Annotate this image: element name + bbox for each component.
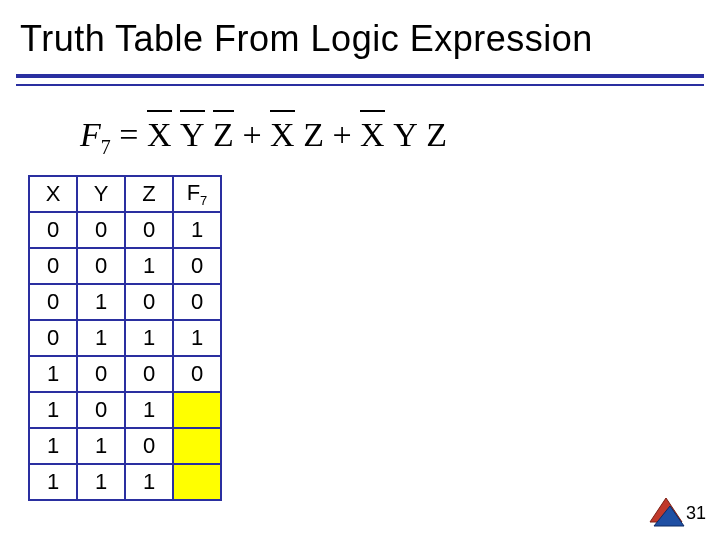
term3-z: Z — [426, 110, 447, 154]
col-header-f: F7 — [173, 176, 221, 212]
col-header-z: Z — [125, 176, 173, 212]
cell-z: 1 — [125, 248, 173, 284]
table-row: 0 1 1 1 — [29, 320, 221, 356]
cell-x: 1 — [29, 428, 77, 464]
cell-y: 0 — [77, 212, 125, 248]
table-row: 1 0 0 0 — [29, 356, 221, 392]
table-row: 0 0 0 1 — [29, 212, 221, 248]
formula-lhs-sub: 7 — [101, 136, 111, 158]
logo-icon — [646, 492, 686, 532]
cell-z: 1 — [125, 320, 173, 356]
cell-y: 1 — [77, 464, 125, 500]
cell-z: 0 — [125, 356, 173, 392]
cell-y: 0 — [77, 392, 125, 428]
col-header-f-sub: 7 — [200, 193, 207, 208]
term1-z: Z — [213, 110, 234, 154]
logic-formula: F7 = X Y Z + X Z + X Y Z — [0, 86, 720, 175]
term3-x: X — [360, 110, 385, 154]
table-row: 0 1 0 0 — [29, 284, 221, 320]
cell-y: 0 — [77, 356, 125, 392]
cell-x: 0 — [29, 320, 77, 356]
title-rule — [0, 66, 720, 86]
cell-y: 0 — [77, 248, 125, 284]
col-header-f-label: F — [187, 180, 200, 205]
equals-sign: = — [119, 116, 138, 153]
cell-f: 0 — [173, 284, 221, 320]
term2-z: Z — [303, 110, 324, 154]
cell-f: 1 — [173, 320, 221, 356]
plus-1: + — [242, 116, 261, 153]
table-row: 1 1 0 — [29, 428, 221, 464]
cell-z: 0 — [125, 428, 173, 464]
cell-z: 1 — [125, 392, 173, 428]
col-header-x: X — [29, 176, 77, 212]
cell-x: 1 — [29, 392, 77, 428]
plus-2: + — [332, 116, 351, 153]
cell-f — [173, 464, 221, 500]
cell-x: 0 — [29, 212, 77, 248]
term3-y: Y — [393, 110, 418, 154]
term1-y: Y — [180, 110, 205, 154]
cell-z: 0 — [125, 284, 173, 320]
cell-y: 1 — [77, 428, 125, 464]
table-row: 0 0 1 0 — [29, 248, 221, 284]
cell-z: 0 — [125, 212, 173, 248]
table-row: 1 1 1 — [29, 464, 221, 500]
page-title: Truth Table From Logic Expression — [0, 0, 720, 66]
cell-z: 1 — [125, 464, 173, 500]
cell-x: 0 — [29, 248, 77, 284]
formula-lhs-var: F — [80, 116, 101, 153]
cell-f — [173, 428, 221, 464]
cell-f: 1 — [173, 212, 221, 248]
table-row: 1 0 1 — [29, 392, 221, 428]
cell-y: 1 — [77, 284, 125, 320]
cell-f: 0 — [173, 356, 221, 392]
table-header-row: X Y Z F7 — [29, 176, 221, 212]
cell-y: 1 — [77, 320, 125, 356]
col-header-y: Y — [77, 176, 125, 212]
cell-f — [173, 392, 221, 428]
cell-x: 1 — [29, 356, 77, 392]
term1-x: X — [147, 110, 172, 154]
truth-table: X Y Z F7 0 0 0 1 0 0 1 0 0 1 0 0 0 1 1 1 — [28, 175, 222, 501]
page-number: 31 — [686, 503, 706, 524]
cell-f: 0 — [173, 248, 221, 284]
term2-x: X — [270, 110, 295, 154]
cell-x: 1 — [29, 464, 77, 500]
slide: Truth Table From Logic Expression F7 = X… — [0, 0, 720, 540]
cell-x: 0 — [29, 284, 77, 320]
